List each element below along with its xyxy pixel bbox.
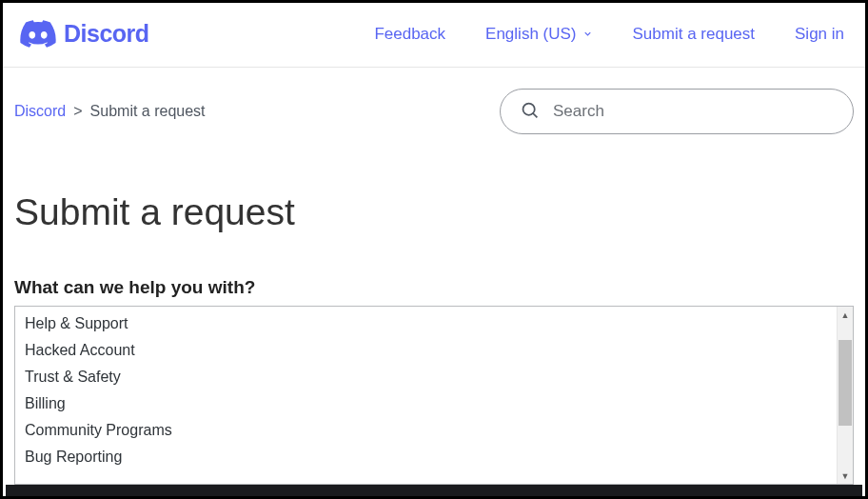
scroll-down-icon[interactable]: ▼ xyxy=(838,468,853,484)
subheader: Discord > Submit a request xyxy=(3,68,865,144)
option-help-support[interactable]: Help & Support xyxy=(15,310,837,337)
scroll-track[interactable] xyxy=(838,323,853,468)
chevron-down-icon xyxy=(582,25,593,44)
option-billing[interactable]: Billing xyxy=(15,390,837,417)
scroll-up-icon[interactable]: ▲ xyxy=(838,307,853,323)
nav-language-label: English (US) xyxy=(485,25,576,44)
brand-name: Discord xyxy=(64,20,149,48)
main-content: Submit a request What can we help you wi… xyxy=(3,144,865,485)
search-input[interactable] xyxy=(553,102,834,121)
top-nav: Feedback English (US) Submit a request S… xyxy=(374,25,844,44)
field-label: What can we help you with? xyxy=(14,277,854,298)
nav-sign-in[interactable]: Sign in xyxy=(795,25,844,44)
option-trust-safety[interactable]: Trust & Safety xyxy=(15,364,837,390)
svg-line-1 xyxy=(533,113,537,117)
nav-submit-request[interactable]: Submit a request xyxy=(633,25,756,44)
page-title: Submit a request xyxy=(14,191,854,233)
option-bug-reporting[interactable]: Bug Reporting xyxy=(15,444,837,470)
svg-point-0 xyxy=(523,103,535,114)
nav-feedback[interactable]: Feedback xyxy=(374,25,445,44)
scroll-thumb[interactable] xyxy=(838,340,852,426)
brand-logo[interactable]: Discord xyxy=(20,20,149,48)
nav-language-selector[interactable]: English (US) xyxy=(485,25,592,44)
option-hacked-account[interactable]: Hacked Account xyxy=(15,337,837,364)
breadcrumb-separator: > xyxy=(73,103,82,120)
option-community-programs[interactable]: Community Programs xyxy=(15,417,837,444)
breadcrumb-current: Submit a request xyxy=(90,103,206,120)
breadcrumb-root[interactable]: Discord xyxy=(14,103,66,120)
discord-logo-icon xyxy=(20,20,56,48)
breadcrumb: Discord > Submit a request xyxy=(14,103,206,120)
header: Discord Feedback English (US) Submit a r… xyxy=(3,3,865,68)
help-topic-select[interactable]: Help & Support Hacked Account Trust & Sa… xyxy=(14,306,854,485)
search-icon xyxy=(520,100,540,124)
search-box[interactable] xyxy=(500,89,854,134)
scrollbar[interactable]: ▲ ▼ xyxy=(837,307,853,484)
options-list: Help & Support Hacked Account Trust & Sa… xyxy=(15,307,837,484)
